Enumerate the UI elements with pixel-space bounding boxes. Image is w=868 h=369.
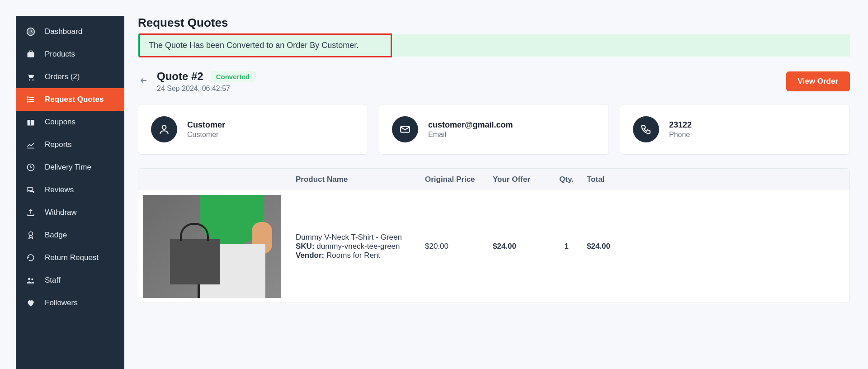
clock-icon: [26, 162, 36, 172]
gift-icon: [26, 117, 36, 127]
sidebar-item-label: Badge: [45, 231, 67, 240]
sidebar-item-label: Request Quotes: [45, 95, 104, 104]
users-icon: [26, 275, 36, 285]
customer-label: Customer: [187, 131, 225, 139]
info-card-customer: Customer Customer: [138, 104, 368, 155]
quote-timestamp: 24 Sep 2024, 06:42:57: [157, 85, 255, 93]
product-total: $24.00: [587, 242, 650, 251]
sku-label: SKU:: [296, 242, 315, 251]
table-row: Dummy V-Neck T-Shirt - Green SKU: dummy-…: [138, 190, 849, 303]
customer-email: customer@gmail.com: [428, 120, 513, 130]
th-qty: Qty.: [546, 175, 587, 184]
quote-title: Quote #2: [157, 70, 203, 83]
sidebar-item-withdraw[interactable]: Withdraw: [16, 201, 124, 224]
svg-point-5: [33, 79, 34, 80]
th-original-price: Original Price: [425, 175, 493, 184]
sidebar-item-coupons[interactable]: Coupons: [16, 111, 124, 133]
page-title: Request Quotes: [138, 16, 850, 30]
sidebar-item-label: Withdraw: [45, 208, 77, 217]
main-content: Request Quotes The Quote Has been Conver…: [124, 16, 868, 369]
product-sku: dummy-vneck-tee-green: [316, 242, 400, 251]
sidebar-item-label: Return Request: [45, 253, 99, 262]
sidebar-item-label: Orders (2): [45, 72, 80, 81]
svg-point-17: [28, 278, 30, 280]
vendor-label: Vendor:: [296, 251, 324, 260]
sidebar-item-orders[interactable]: Orders (2): [16, 66, 124, 88]
svg-point-16: [29, 232, 33, 236]
svg-point-11: [27, 101, 28, 102]
phone-icon: [633, 116, 659, 142]
status-badge: Converted: [211, 71, 255, 82]
product-orig-price: $20.00: [425, 242, 493, 251]
sidebar-item-label: Delivery Time: [45, 163, 91, 172]
sidebar-item-label: Followers: [45, 298, 78, 308]
info-cards: Customer Customer customer@gmail.com Ema…: [138, 104, 850, 155]
sidebar-item-label: Staff: [45, 276, 61, 285]
th-total: Total: [587, 175, 650, 184]
sidebar-item-label: Coupons: [45, 118, 75, 127]
svg-point-4: [29, 79, 30, 80]
svg-point-10: [27, 99, 28, 100]
sidebar-item-return-request[interactable]: Return Request: [16, 246, 124, 269]
sidebar-item-label: Dashboard: [45, 27, 82, 36]
user-icon: [151, 116, 177, 142]
svg-point-20: [162, 125, 166, 129]
sidebar-item-delivery-time[interactable]: Delivery Time: [16, 156, 124, 179]
gauge-icon: [26, 27, 36, 37]
product-image: [143, 195, 281, 298]
sidebar-item-label: Reviews: [45, 185, 74, 194]
sidebar-item-dashboard[interactable]: Dashboard: [16, 20, 124, 43]
sidebar-item-reviews[interactable]: Reviews: [16, 179, 124, 201]
product-offer: $24.00: [493, 242, 546, 251]
chart-icon: [26, 140, 36, 150]
back-arrow-icon[interactable]: [138, 75, 150, 89]
sidebar: Dashboard Products Orders (2) Request Qu…: [16, 16, 124, 369]
mail-icon: [392, 116, 418, 142]
products-table: Product Name Original Price Your Offer Q…: [138, 168, 850, 303]
comments-icon: [26, 185, 36, 195]
sidebar-item-products[interactable]: Products: [16, 43, 124, 66]
alert-quote-converted: The Quote Has been Converted to an Order…: [138, 34, 850, 57]
sidebar-item-badge[interactable]: Badge: [16, 224, 124, 246]
badge-icon: [26, 230, 36, 240]
cart-icon: [26, 72, 36, 82]
product-name: Dummy V-Neck T-Shirt - Green: [296, 233, 416, 242]
sidebar-item-label: Products: [45, 50, 75, 59]
product-qty: 1: [546, 242, 587, 251]
sidebar-item-request-quotes[interactable]: Request Quotes: [16, 88, 124, 111]
sidebar-item-staff[interactable]: Staff: [16, 269, 124, 292]
customer-name: Customer: [187, 120, 225, 130]
briefcase-icon: [26, 49, 36, 59]
sidebar-item-reports[interactable]: Reports: [16, 133, 124, 156]
th-product-name: Product Name: [296, 175, 425, 184]
svg-rect-3: [29, 51, 33, 52]
alert-text: The Quote Has been Converted to an Order…: [149, 41, 359, 50]
table-header-row: Product Name Original Price Your Offer Q…: [138, 169, 849, 190]
undo-icon: [26, 253, 36, 263]
info-card-phone: 23122 Phone: [620, 104, 850, 155]
heart-icon: [26, 298, 36, 308]
svg-point-9: [27, 97, 28, 98]
th-your-offer: Your Offer: [493, 175, 546, 184]
sidebar-item-followers[interactable]: Followers: [16, 292, 124, 314]
customer-phone: 23122: [669, 120, 692, 130]
sidebar-item-label: Reports: [45, 140, 72, 149]
upload-icon: [26, 208, 36, 218]
product-vendor: Rooms for Rent: [326, 251, 380, 260]
svg-point-18: [31, 278, 33, 280]
info-card-email: customer@gmail.com Email: [379, 104, 609, 155]
email-label: Email: [428, 131, 513, 139]
phone-label: Phone: [669, 131, 692, 139]
svg-rect-2: [28, 52, 34, 57]
view-order-button[interactable]: View Order: [786, 71, 850, 91]
quote-header: Quote #2 Converted 24 Sep 2024, 06:42:57…: [138, 70, 850, 93]
list-icon: [26, 95, 36, 104]
